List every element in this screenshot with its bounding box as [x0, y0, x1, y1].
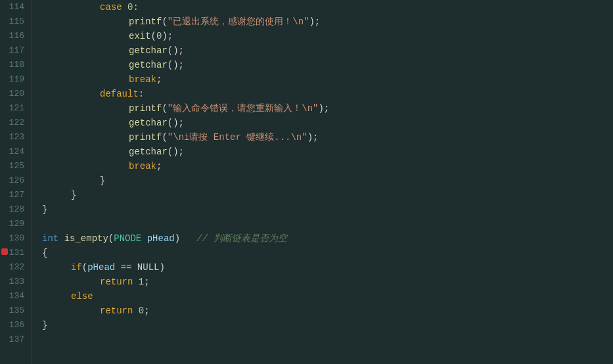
code-line-114: case 0: [42, 0, 613, 14]
token-plain: ; [156, 72, 162, 87]
token-plain: == [115, 260, 137, 275]
code-line-118: getchar(); [42, 58, 613, 72]
token-plain [122, 0, 127, 14]
line-number-127: 127 [4, 188, 24, 202]
code-line-133: return 1; [42, 275, 613, 289]
line-number-121: 121 [4, 101, 24, 116]
token-type: PNODE [114, 231, 141, 246]
code-line-117: getchar(); [42, 43, 613, 58]
code-line-122: getchar(); [42, 116, 613, 130]
token-kw: return [100, 304, 133, 318]
code-line-126: } [42, 173, 613, 188]
token-kw: case [100, 0, 122, 14]
token-plain: } [42, 318, 47, 332]
token-plain: ) [159, 260, 164, 275]
line-number-117: 117 [4, 43, 24, 58]
token-num: 1 [139, 275, 144, 289]
token-fn: exit [129, 29, 151, 43]
line-number-118: 118 [4, 58, 24, 72]
token-plain: ; [156, 159, 162, 173]
token-plain: ( [162, 14, 167, 29]
token-plain: ; [144, 304, 149, 318]
line-number-128: 128 [4, 202, 24, 217]
token-plain [133, 304, 138, 318]
line-number-115: 115 [4, 14, 24, 29]
token-comment: // 判断链表是否为空 [196, 231, 286, 246]
line-number-123: 123 [4, 130, 24, 145]
token-plain: { [42, 246, 47, 260]
line-number-124: 124 [4, 145, 24, 159]
token-plain [58, 231, 64, 246]
code-line-127: } [42, 188, 613, 202]
line-number-130: 130 [4, 231, 24, 246]
breakpoint-marker[interactable] [1, 248, 8, 255]
line-number-125: 125 [4, 159, 24, 173]
code-editor: 1141151161171181191201211221231241251261… [0, 0, 613, 364]
token-fn: is_empty [64, 231, 108, 246]
code-line-124: getchar(); [42, 145, 613, 159]
code-line-136: } [42, 318, 613, 332]
code-line-115: printf("已退出系统，感谢您的使用！\n"); [42, 14, 613, 29]
line-number-120: 120 [4, 87, 24, 101]
token-fn: getchar [129, 116, 168, 130]
line-number-129: 129 [4, 217, 24, 231]
token-fn: printf [129, 101, 162, 116]
line-number-126: 126 [4, 173, 24, 188]
code-line-135: return 0; [42, 304, 613, 318]
token-plain: ( [151, 29, 156, 43]
token-plain: ( [162, 130, 167, 145]
code-line-129 [42, 217, 613, 231]
line-number-137: 137 [4, 332, 24, 347]
line-numbers-gutter: 1141151161171181191201211221231241251261… [0, 0, 32, 364]
token-plain: (); [168, 116, 184, 130]
token-fn: printf [129, 130, 162, 145]
line-number-131: 131 [4, 246, 24, 260]
code-content[interactable]: case 0:printf("已退出系统，感谢您的使用！\n");exit(0)… [32, 0, 613, 364]
token-kw: return [100, 275, 133, 289]
token-plain: ( [82, 260, 87, 275]
token-plain [133, 275, 138, 289]
token-fn: getchar [129, 58, 168, 72]
code-line-134: else [42, 289, 613, 304]
token-plain: (); [168, 145, 184, 159]
code-line-121: printf("输入命令错误，请您重新输入！\n"); [42, 101, 613, 116]
token-plain: ); [318, 101, 329, 116]
token-plain: ); [162, 29, 173, 43]
token-num: 0 [139, 304, 144, 318]
line-number-135: 135 [4, 304, 24, 318]
token-plain: ( [162, 101, 167, 116]
code-line-116: exit(0); [42, 29, 613, 43]
line-number-134: 134 [4, 289, 24, 304]
line-number-119: 119 [4, 72, 24, 87]
token-param: pHead [87, 260, 115, 275]
token-plain: NULL [137, 260, 160, 275]
line-number-132: 132 [4, 260, 24, 275]
token-param: pHead [147, 231, 175, 246]
token-kw: default [100, 87, 139, 101]
token-fn: getchar [129, 145, 168, 159]
token-kw: break [129, 159, 156, 173]
token-num: 0 [156, 29, 162, 43]
code-line-130: int is_empty(PNODE pHead) // 判断链表是否为空 [42, 231, 613, 246]
token-plain: ( [108, 231, 114, 246]
code-line-123: printf("\ni请按 Enter 键继续...\n"); [42, 130, 613, 145]
token-fn: getchar [129, 43, 168, 58]
token-kw: break [129, 72, 156, 87]
token-str: "输入命令错误，请您重新输入！\n" [168, 101, 319, 116]
line-number-133: 133 [4, 275, 24, 289]
token-plain: (); [168, 58, 184, 72]
line-number-116: 116 [4, 29, 24, 43]
code-line-120: default: [42, 87, 613, 101]
token-str: "\ni请按 Enter 键继续...\n" [168, 130, 307, 145]
code-line-125: break; [42, 159, 613, 173]
token-plain: ); [307, 130, 319, 145]
token-str: "已退出系统，感谢您的使用！\n" [168, 14, 309, 29]
token-plain: } [71, 188, 76, 202]
line-number-136: 136 [4, 318, 24, 332]
code-line-137 [42, 332, 613, 347]
code-line-131: { [42, 246, 613, 260]
token-plain: } [42, 202, 47, 217]
code-line-128: } [42, 202, 613, 217]
token-kw: if [71, 260, 82, 275]
code-line-119: break; [42, 72, 613, 87]
